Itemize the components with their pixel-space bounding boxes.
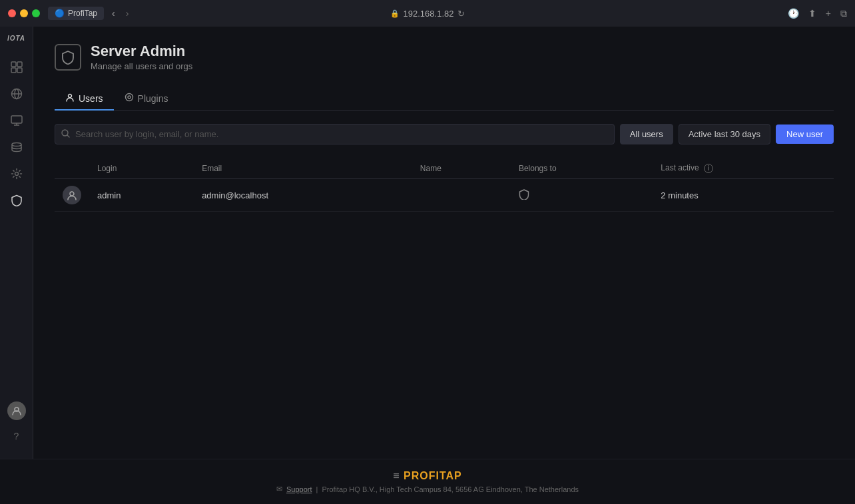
sidebar-item-dashboard[interactable]	[5, 55, 29, 79]
svg-point-15	[128, 96, 131, 99]
titlebar: 🔵 ProfiTap ‹ › 🔒 192.168.1.82 ↻ 🕐 ⬆ + ⧉	[0, 0, 855, 27]
tab-favicon: 🔵	[55, 9, 65, 18]
col-avatar	[55, 158, 89, 179]
sidebar-help-icon[interactable]: ?	[5, 424, 29, 448]
sidebar-logo: IOTA	[7, 35, 25, 42]
user-avatar	[63, 186, 81, 204]
svg-point-18	[70, 192, 74, 196]
user-last-active: 2 minutes	[653, 179, 834, 212]
main-layout: IOTA	[0, 27, 855, 459]
back-button[interactable]: ‹	[109, 7, 118, 20]
users-tab-icon	[65, 93, 75, 104]
content-area: Server Admin Manage all users and orgs U…	[33, 27, 855, 459]
user-avatar-cell	[55, 179, 89, 212]
plugins-tab-icon	[125, 93, 134, 104]
user-belongs	[511, 179, 653, 212]
table-row[interactable]: admin admin@localhost 2 minutes	[55, 179, 834, 212]
tab-users[interactable]: Users	[55, 87, 114, 111]
svg-rect-3	[17, 68, 22, 73]
footer-logo: ≡ PROFITAP	[11, 470, 844, 482]
minimize-button[interactable]	[20, 9, 28, 17]
new-tab-icon[interactable]: +	[826, 8, 831, 19]
search-row: All users Active last 30 days New user	[55, 124, 834, 144]
sidebar-item-monitor[interactable]	[5, 109, 29, 132]
svg-rect-0	[11, 62, 16, 67]
sidebar-item-globe[interactable]	[5, 82, 29, 106]
last-active-info-icon[interactable]: i	[704, 164, 713, 173]
tab-title: ProfiTap	[68, 9, 97, 18]
page-header-icon	[55, 44, 81, 71]
user-login: admin	[89, 179, 194, 212]
tabs: Users Plugins	[55, 87, 834, 111]
lock-icon: 🔒	[390, 9, 400, 18]
footer-separator: |	[316, 485, 318, 493]
sidebar-item-shield[interactable]	[5, 188, 29, 212]
sidebar-item-settings[interactable]	[5, 162, 29, 186]
user-email: admin@localhost	[194, 179, 412, 212]
footer-support-label[interactable]: Support	[286, 485, 312, 493]
search-wrapper	[55, 124, 615, 144]
forward-button[interactable]: ›	[123, 7, 132, 20]
page-subtitle: Manage all users and orgs	[91, 61, 192, 71]
address-bar[interactable]: 🔒 192.168.1.82 ↻	[390, 9, 465, 19]
sidebar-toggle-icon[interactable]: ⧉	[840, 8, 847, 19]
footer-logo-icon: ≡	[393, 470, 400, 481]
sidebar-item-storage[interactable]	[5, 135, 29, 159]
svg-line-17	[67, 135, 69, 137]
tab-plugins-label: Plugins	[138, 93, 168, 104]
user-name	[412, 179, 511, 212]
tab-plugins[interactable]: Plugins	[114, 87, 179, 111]
svg-point-13	[69, 95, 72, 98]
traffic-lights	[8, 9, 40, 17]
col-name: Name	[412, 158, 511, 179]
footer-text: ✉ Support | Profitap HQ B.V., High Tech …	[11, 485, 844, 493]
history-icon[interactable]: 🕐	[788, 8, 799, 19]
table-header: Login Email Name Belongs to Last active …	[55, 158, 834, 179]
search-input[interactable]	[55, 124, 615, 144]
new-user-button[interactable]: New user	[776, 125, 834, 144]
svg-point-14	[125, 94, 133, 101]
users-table: Login Email Name Belongs to Last active …	[55, 158, 834, 212]
svg-point-10	[12, 143, 21, 146]
sidebar: IOTA	[0, 27, 33, 459]
page-title: Server Admin	[91, 43, 192, 60]
svg-point-11	[15, 172, 18, 176]
close-button[interactable]	[8, 9, 16, 17]
col-belongs: Belongs to	[511, 158, 653, 179]
maximize-button[interactable]	[32, 9, 40, 17]
tab-area: 🔵 ProfiTap ‹ ›	[48, 7, 131, 20]
search-icon	[61, 129, 70, 140]
reload-icon[interactable]: ↻	[457, 9, 465, 19]
tab-users-label: Users	[79, 93, 103, 104]
footer-address: Profitap HQ B.V., High Tech Campus 84, 5…	[322, 485, 579, 493]
share-icon[interactable]: ⬆	[808, 8, 816, 19]
col-email: Email	[194, 158, 412, 179]
table-body: admin admin@localhost 2 minutes	[55, 179, 834, 212]
footer: ≡ PROFITAP ✉ Support | Profitap HQ B.V.,…	[0, 459, 855, 504]
all-users-filter[interactable]: All users	[620, 124, 673, 144]
footer-mail-icon: ✉	[276, 485, 282, 493]
svg-rect-7	[11, 116, 22, 123]
footer-logo-tap: TAP	[439, 470, 462, 481]
footer-logo-profi: PROFI	[404, 470, 439, 481]
sidebar-avatar[interactable]	[7, 401, 26, 420]
browser-tab[interactable]: 🔵 ProfiTap	[48, 7, 104, 20]
page-header: Server Admin Manage all users and orgs	[55, 43, 834, 71]
active-last-30-filter[interactable]: Active last 30 days	[679, 124, 770, 144]
titlebar-actions: 🕐 ⬆ + ⧉	[788, 8, 847, 19]
col-last-active: Last active i	[653, 158, 834, 179]
svg-rect-2	[11, 68, 16, 73]
col-login: Login	[89, 158, 194, 179]
sidebar-bottom: ?	[5, 401, 29, 451]
page-header-text: Server Admin Manage all users and orgs	[91, 43, 192, 71]
svg-rect-1	[17, 62, 22, 67]
url-text: 192.168.1.82	[404, 9, 454, 19]
